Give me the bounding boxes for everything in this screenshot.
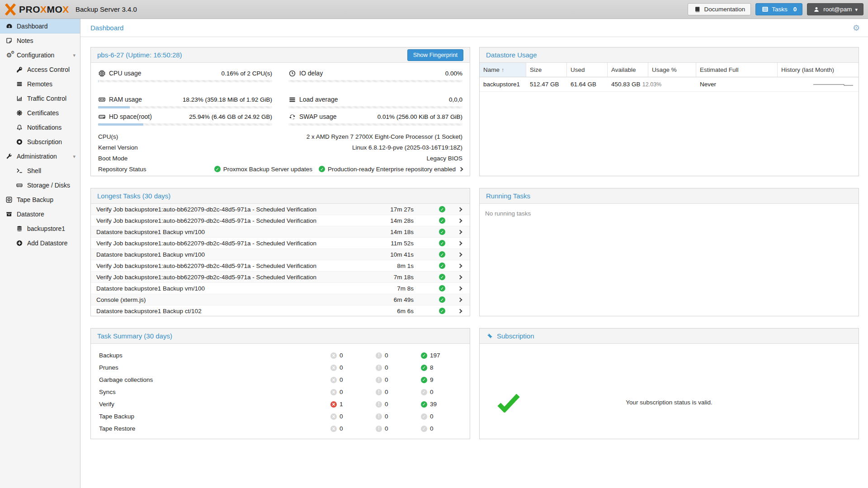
dashboard-panels: pbs-6-27 (Uptime: 16:50:28) Show Fingerp… bbox=[80, 37, 868, 439]
sidebar-item-backupstore1[interactable]: backupstore1 bbox=[0, 221, 80, 236]
sidebar-item-label: Shell bbox=[27, 167, 41, 174]
check-circle-icon bbox=[421, 389, 427, 395]
top-actions: Documentation Tasks 0 root@pam bbox=[688, 3, 863, 15]
repository-status-label: Repository Status bbox=[98, 166, 146, 173]
hd-space-label: HD space(root) bbox=[109, 113, 152, 120]
chevron-right-icon bbox=[458, 309, 462, 313]
task-row[interactable]: Verify Job backupstore1:auto-bb622079-db… bbox=[91, 204, 470, 215]
chevron-right-icon bbox=[458, 218, 462, 223]
warning-circle-icon bbox=[376, 401, 382, 408]
warning-circle-icon bbox=[376, 365, 382, 371]
task-open-button[interactable] bbox=[456, 253, 463, 256]
longest-tasks-panel: Longest Tasks (30 days) Verify Job backu… bbox=[90, 188, 470, 316]
task-row[interactable]: Datastore backupstore1 Backup vm/10010m … bbox=[91, 249, 470, 260]
running-tasks-header: Running Tasks bbox=[480, 188, 859, 204]
summary-row-tape-backup[interactable]: Tape Backup 0 0 0 bbox=[91, 410, 470, 422]
sidebar-item-add-datastore[interactable]: Add Datastore bbox=[0, 236, 80, 250]
column-header-estimated-full[interactable]: Estimated Full bbox=[696, 63, 778, 77]
chevron-down-icon[interactable] bbox=[73, 52, 75, 58]
table-row[interactable]: backupstore1 512.47 GB 61.64 GB 450.83 G… bbox=[480, 77, 859, 92]
summary-row-verify[interactable]: Verify 1 0 39 bbox=[91, 398, 470, 410]
task-open-button[interactable] bbox=[456, 208, 463, 211]
column-header-history[interactable]: History (last Month) bbox=[778, 63, 859, 77]
task-open-button[interactable] bbox=[456, 298, 463, 301]
cpus-info-row: CPU(s) 2 x AMD Ryzen 7 2700X Eight-Core … bbox=[98, 131, 462, 142]
sidebar-item-tape-backup[interactable]: Tape Backup bbox=[0, 192, 80, 207]
sidebar-item-subscription[interactable]: Subscription bbox=[0, 135, 80, 149]
sidebar-item-notifications[interactable]: Notifications bbox=[0, 120, 80, 135]
task-open-button[interactable] bbox=[456, 287, 463, 290]
datastore-usage-title: Datastore Usage bbox=[486, 51, 537, 59]
task-summary-header: Task Summary (30 days) bbox=[91, 328, 470, 344]
task-open-button[interactable] bbox=[456, 230, 463, 234]
check-circle-icon bbox=[421, 426, 427, 432]
gear-icon[interactable] bbox=[853, 24, 860, 32]
task-row[interactable]: Verify Job backupstore1:auto-bb622079-db… bbox=[91, 272, 470, 283]
repo-updates-text: Proxmox Backup Server updates bbox=[223, 166, 312, 173]
task-row[interactable]: Verify Job backupstore1:auto-bb622079-db… bbox=[91, 238, 470, 249]
warning-count: 0 bbox=[385, 389, 388, 395]
task-open-button[interactable] bbox=[456, 310, 463, 313]
task-row[interactable]: Datastore backupstore1 Backup ct/1026m 6… bbox=[91, 305, 470, 316]
sidebar-item-dashboard[interactable]: Dashboard bbox=[0, 19, 80, 33]
task-list-icon bbox=[761, 6, 769, 13]
sidebar-item-access-control[interactable]: Access Control bbox=[0, 62, 80, 77]
plus-circle-icon bbox=[16, 239, 23, 247]
check-circle-icon bbox=[439, 308, 445, 314]
ok-count: 9 bbox=[430, 376, 434, 383]
check-circle-icon bbox=[439, 217, 445, 224]
user-menu-button[interactable]: root@pam bbox=[807, 3, 863, 15]
column-header-used[interactable]: Used bbox=[567, 63, 608, 77]
chevron-down-icon[interactable] bbox=[73, 154, 75, 160]
host-status-panel: pbs-6-27 (Uptime: 16:50:28) Show Fingerp… bbox=[90, 47, 470, 176]
datastore-estimated-full-cell: Never bbox=[696, 81, 778, 88]
summary-row-tape-restore[interactable]: Tape Restore 0 0 0 bbox=[91, 422, 470, 435]
gauge-icon bbox=[5, 23, 13, 30]
summary-row-garbage-collections[interactable]: Garbage collections 0 0 9 bbox=[91, 374, 470, 386]
warning-circle-icon bbox=[376, 389, 382, 395]
show-fingerprint-button[interactable]: Show Fingerprint bbox=[407, 49, 463, 61]
column-header-available[interactable]: Available bbox=[608, 63, 648, 77]
sidebar-item-label: Tape Backup bbox=[17, 196, 53, 203]
bell-icon bbox=[16, 124, 23, 131]
error-count: 0 bbox=[340, 425, 343, 432]
warning-count: 0 bbox=[385, 364, 388, 371]
sidebar-item-remotes[interactable]: Remotes bbox=[0, 77, 80, 91]
sidebar-item-notes[interactable]: Notes bbox=[0, 33, 80, 48]
check-circle-icon bbox=[439, 229, 445, 235]
task-row[interactable]: Verify Job backupstore1:auto-bb622079-db… bbox=[91, 260, 470, 272]
sidebar-item-storage-disks[interactable]: Storage / Disks bbox=[0, 178, 80, 192]
task-open-button[interactable] bbox=[456, 276, 463, 279]
sidebar-item-administration[interactable]: Administration bbox=[0, 149, 80, 164]
sidebar-item-certificates[interactable]: Certificates bbox=[0, 106, 80, 120]
error-count: 0 bbox=[340, 376, 343, 383]
sidebar-item-datastore[interactable]: Datastore bbox=[0, 207, 80, 221]
summary-row-syncs[interactable]: Syncs 0 0 0 bbox=[91, 386, 470, 398]
task-open-button[interactable] bbox=[456, 264, 463, 267]
task-open-button[interactable] bbox=[456, 242, 463, 245]
column-header-size[interactable]: Size bbox=[526, 63, 567, 77]
task-duration: 11m 52s bbox=[371, 240, 414, 247]
error-count: 1 bbox=[340, 401, 343, 408]
documentation-button[interactable]: Documentation bbox=[688, 3, 751, 15]
hd-space-bar bbox=[98, 123, 272, 126]
warning-count: 0 bbox=[385, 376, 388, 383]
column-header-name[interactable]: Name bbox=[480, 63, 526, 77]
task-row[interactable]: Verify Job backupstore1:auto-bb622079-db… bbox=[91, 215, 470, 226]
column-header-usage[interactable]: Usage % bbox=[648, 63, 696, 77]
summary-row-backups[interactable]: Backups 0 0 197 bbox=[91, 349, 470, 361]
task-row[interactable]: Console (xterm.js)6m 49s bbox=[91, 294, 470, 305]
datastore-history-cell bbox=[778, 80, 859, 89]
task-row[interactable]: Datastore backupstore1 Backup vm/1007m 8… bbox=[91, 283, 470, 294]
summary-row-prunes[interactable]: Prunes 0 0 8 bbox=[91, 361, 470, 374]
tasks-button[interactable]: Tasks 0 bbox=[755, 3, 802, 15]
repo-enterprise-chip: Production-ready Enterprise repository e… bbox=[319, 166, 456, 173]
task-open-button[interactable] bbox=[456, 219, 463, 222]
sidebar-item-configuration[interactable]: Configuration bbox=[0, 48, 80, 62]
task-row[interactable]: Datastore backupstore1 Backup vm/10014m … bbox=[91, 226, 470, 238]
sidebar-item-traffic-control[interactable]: Traffic Control bbox=[0, 91, 80, 106]
warning-circle-icon bbox=[376, 413, 382, 420]
chevron-right-icon bbox=[458, 275, 462, 279]
repo-details-link[interactable] bbox=[459, 168, 462, 171]
sidebar-item-shell[interactable]: Shell bbox=[0, 164, 80, 178]
